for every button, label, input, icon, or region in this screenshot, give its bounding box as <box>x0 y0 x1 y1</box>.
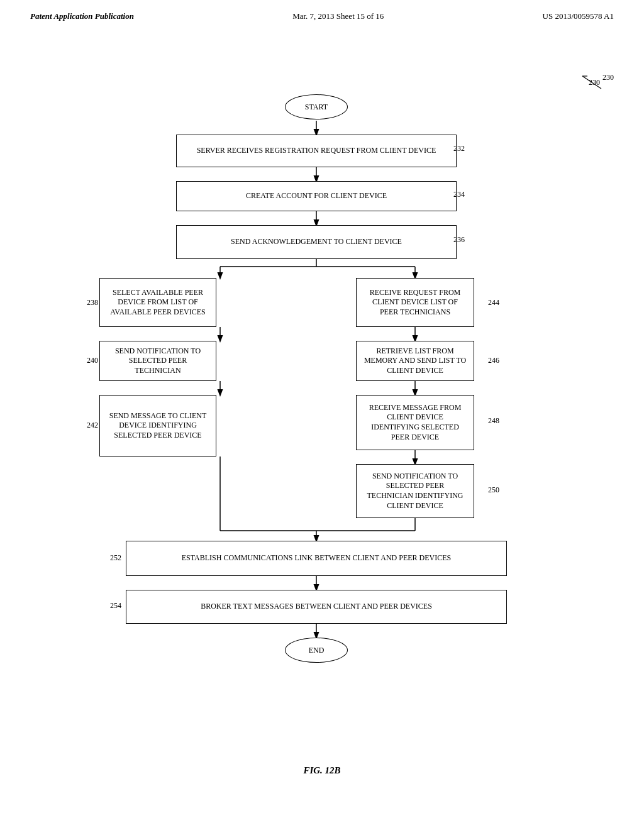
box-242: SEND MESSAGE TO CLIENT DEVICE IDENTIFYIN… <box>99 395 216 456</box>
box-252: ESTABLISH COMMUNICATIONS LINK BETWEEN CL… <box>126 541 507 576</box>
box-240: SEND NOTIFICATION TO SELECTED PEER TECHN… <box>99 341 216 381</box>
end-node: END <box>285 638 348 663</box>
svg-line-20 <box>582 76 601 89</box>
ref-230-label: 230 <box>602 73 614 82</box>
box-232: SERVER RECEIVES REGISTRATION REQUEST FRO… <box>176 135 457 167</box>
ref-246: 246 <box>488 356 499 365</box>
ref-232: 232 <box>453 144 465 153</box>
box-238: SELECT AVAILABLE PEER DEVICE FROM LIST O… <box>99 278 216 327</box>
box-246: RETRIEVE LIST FROM MEMORY AND SEND LIST … <box>356 341 474 381</box>
header-right: US 2013/0059578 A1 <box>543 11 614 21</box>
ref-236: 236 <box>453 235 465 245</box>
ref-234: 234 <box>453 190 465 199</box>
box-236: SEND ACKNOWLEDGEMENT TO CLIENT DEVICE <box>176 225 457 259</box>
ref-248: 248 <box>488 416 499 426</box>
box-234: CREATE ACCOUNT FOR CLIENT DEVICE <box>176 181 457 211</box>
ref-242: 242 <box>87 421 98 430</box>
figure-label: FIG. 12B <box>303 765 340 776</box>
ref-252: 252 <box>110 553 121 563</box>
start-node: START <box>285 94 348 119</box>
page-header: Patent Application Publication Mar. 7, 2… <box>0 0 644 21</box>
header-left: Patent Application Publication <box>30 11 134 21</box>
box-244: RECEIVE REQUEST FROM CLIENT DEVICE LIST … <box>356 278 474 327</box>
ref-254: 254 <box>110 601 121 611</box>
ref-244: 244 <box>488 298 499 307</box>
box-250: SEND NOTIFICATION TO SELECTED PEER TECHN… <box>356 464 474 518</box>
header-center: Mar. 7, 2013 Sheet 15 of 16 <box>292 11 384 21</box>
ref-240: 240 <box>87 356 98 365</box>
box-248: RECEIVE MESSAGE FROM CLIENT DEVICE IDENT… <box>356 395 474 450</box>
ref-250: 250 <box>488 485 499 495</box>
diagram-area: 230 230 START SERVER RECEIVES REGISTRATI… <box>0 28 644 795</box>
box-254: BROKER TEXT MESSAGES BETWEEN CLIENT AND … <box>126 590 507 624</box>
ref-238: 238 <box>87 298 98 307</box>
